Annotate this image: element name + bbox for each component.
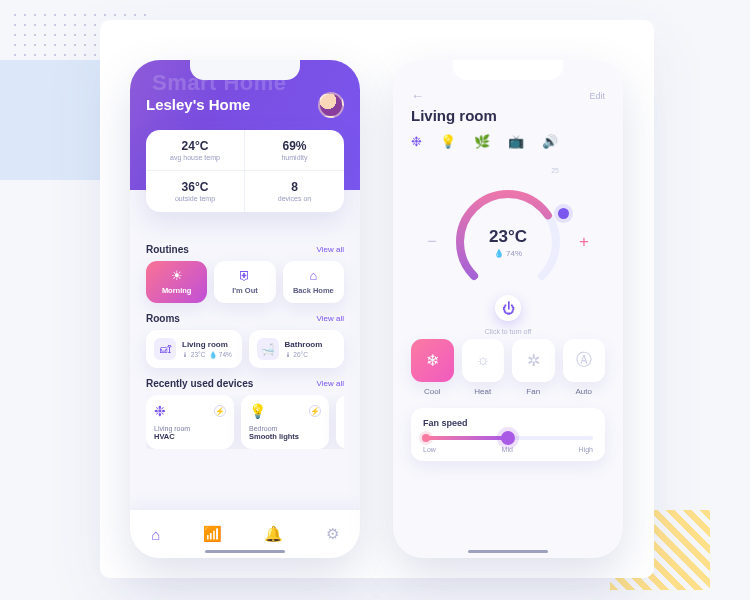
tab-tv-icon[interactable]: 📺 xyxy=(508,134,524,149)
device-smooth-lights[interactable]: 💡 ⚡ Bedroom Smooth lights xyxy=(241,395,329,449)
tab-home[interactable]: ⌂ xyxy=(151,526,160,543)
slider-tick-low xyxy=(422,434,430,442)
device-type-tabs: ❉ 💡 🌿 📺 🔊 xyxy=(411,134,605,149)
sun-icon: ☼ xyxy=(475,351,490,369)
fan-label-mid: Mid xyxy=(502,446,513,453)
power-label: Click to turn off xyxy=(485,328,532,335)
fan-speed-title: Fan speed xyxy=(423,418,593,428)
devices-section: Recently used devices View all ❉ ⚡ Livin… xyxy=(130,378,360,449)
auto-icon: Ⓐ xyxy=(576,350,592,371)
home-icon: ⌂ xyxy=(309,269,317,282)
sofa-icon: 🛋 xyxy=(154,338,176,360)
routine-back-home[interactable]: ⌂ Back Home xyxy=(283,261,344,303)
tab-speaker-icon[interactable]: 🔊 xyxy=(542,134,558,149)
power-icon: ⚡ xyxy=(309,405,321,417)
routines-section: Routines View all ☀ Morning ⛨ I'm Out ⌂ … xyxy=(130,244,360,303)
tab-hvac-icon[interactable]: ❉ xyxy=(411,134,422,149)
mode-fan[interactable]: ✲ xyxy=(512,339,555,382)
power-button[interactable]: ⏻ xyxy=(495,295,521,321)
back-button[interactable]: ← xyxy=(411,88,424,103)
home-indicator[interactable] xyxy=(468,550,548,553)
stat-avg-temp: 24°C avg house temp xyxy=(146,130,245,171)
phone-notch xyxy=(453,60,563,80)
home-screen: Smart Home Lesley's Home 24°C avg house … xyxy=(130,60,360,558)
dial-tick-label: 25 xyxy=(551,167,559,174)
rooms-title: Rooms xyxy=(146,313,180,324)
stats-card: 24°C avg house temp 69% humidity 36°C ou… xyxy=(146,130,344,212)
home-indicator[interactable] xyxy=(205,550,285,553)
thermostat-dial[interactable]: 23°C 💧 74% xyxy=(448,182,568,302)
rooms-view-all[interactable]: View all xyxy=(317,314,344,323)
thermostat-dial-area: − + 25 xyxy=(411,157,605,327)
tab-plant-icon[interactable]: 🌿 xyxy=(474,134,490,149)
routines-view-all[interactable]: View all xyxy=(317,245,344,254)
hvac-modes: ❄ Cool ☼ Heat ✲ Fan Ⓐ Auto xyxy=(411,339,605,396)
power-icon: ⏻ xyxy=(502,301,515,316)
current-humidity: 💧 74% xyxy=(494,249,522,258)
tab-bulb-icon[interactable]: 💡 xyxy=(440,134,456,149)
mode-auto[interactable]: Ⓐ xyxy=(563,339,606,382)
fan-label-high: High xyxy=(579,446,593,453)
home-title: Lesley's Home xyxy=(146,96,344,113)
slider-handle[interactable] xyxy=(501,431,515,445)
tab-stats[interactable]: 📶 xyxy=(203,525,222,543)
routines-title: Routines xyxy=(146,244,189,255)
device-hvac[interactable]: ❉ ⚡ Living room HVAC xyxy=(146,395,234,449)
room-title: Living room xyxy=(411,107,605,124)
fan-icon: ✲ xyxy=(527,351,540,370)
hvac-icon: ❉ xyxy=(154,403,166,419)
device-tv[interactable]: ▭ Living TV xyxy=(336,395,344,449)
shield-icon: ⛨ xyxy=(238,269,251,282)
power-icon: ⚡ xyxy=(214,405,226,417)
stat-humidity: 69% humidity xyxy=(245,130,344,171)
temp-decrease-button[interactable]: − xyxy=(427,232,437,252)
devices-title: Recently used devices xyxy=(146,378,253,389)
routine-morning[interactable]: ☀ Morning xyxy=(146,261,207,303)
room-living-room[interactable]: 🛋 Living room 🌡 23°C 💧 74% xyxy=(146,330,242,368)
devices-view-all[interactable]: View all xyxy=(317,379,344,388)
mode-heat[interactable]: ☼ xyxy=(462,339,505,382)
tab-alerts[interactable]: 🔔 xyxy=(264,525,283,543)
stat-devices-on: 8 devices on xyxy=(245,171,344,212)
avatar[interactable] xyxy=(318,92,344,118)
rooms-section: Rooms View all 🛋 Living room 🌡 23°C 💧 74… xyxy=(130,313,360,368)
edit-button[interactable]: Edit xyxy=(589,91,605,101)
tab-settings[interactable]: ⚙ xyxy=(326,525,339,543)
current-temp: 23°C xyxy=(489,227,527,247)
routine-im-out[interactable]: ⛨ I'm Out xyxy=(214,261,275,303)
mode-cool[interactable]: ❄ xyxy=(411,339,454,382)
room-detail-screen: ← Edit Living room ❉ 💡 🌿 📺 🔊 − + 25 xyxy=(393,60,623,558)
bath-icon: 🛁 xyxy=(257,338,279,360)
phone-notch xyxy=(190,60,300,80)
fan-speed-card: Fan speed Low Mid High xyxy=(411,408,605,461)
temp-increase-button[interactable]: + xyxy=(579,232,589,252)
room-bathroom[interactable]: 🛁 Bathroom 🌡 26°C xyxy=(249,330,345,368)
fan-speed-slider[interactable] xyxy=(423,436,593,440)
fan-label-low: Low xyxy=(423,446,436,453)
sunrise-icon: ☀ xyxy=(171,269,183,282)
bulb-icon: 💡 xyxy=(249,403,266,419)
snowflake-icon: ❄ xyxy=(426,351,439,370)
stat-outside-temp: 36°C outside temp xyxy=(146,171,245,212)
